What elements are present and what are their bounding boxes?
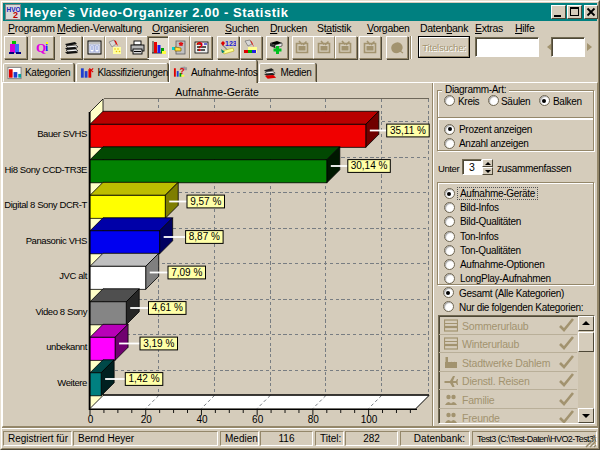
svg-text:8,87 %: 8,87 % <box>189 231 220 242</box>
svg-text:123: 123 <box>225 40 236 47</box>
svg-text:30,14 %: 30,14 % <box>351 160 388 171</box>
svg-text:unbekannt: unbekannt <box>46 341 88 352</box>
svg-text:Hi8 Sony CCD-TR3E: Hi8 Sony CCD-TR3E <box>5 164 87 175</box>
svg-text:40: 40 <box>196 414 208 425</box>
svg-text:9,57 %: 9,57 % <box>190 196 221 207</box>
svg-text:Panasonic VHS: Panasonic VHS <box>26 235 87 246</box>
svg-text:?: ? <box>196 40 203 54</box>
svg-text:100: 100 <box>361 414 378 425</box>
svg-text:?: ? <box>180 66 185 76</box>
svg-text:60: 60 <box>252 414 264 425</box>
svg-text:7,09 %: 7,09 % <box>171 267 202 278</box>
svg-text:80: 80 <box>308 414 320 425</box>
svg-text:Video 8 Sony: Video 8 Sony <box>35 306 87 317</box>
svg-text:Aufnahme-Geräte: Aufnahme-Geräte <box>175 86 259 98</box>
svg-text:JVC alt: JVC alt <box>59 270 88 281</box>
svg-text:0: 0 <box>88 414 94 425</box>
svg-text:3,19 %: 3,19 % <box>143 338 174 349</box>
svg-text:20: 20 <box>141 414 153 425</box>
svg-text:Bauer SVHS: Bauer SVHS <box>37 128 87 139</box>
svg-text:4,61 %: 4,61 % <box>152 302 183 313</box>
svg-text:1,42 %: 1,42 % <box>128 373 159 384</box>
svg-text:35,11 %: 35,11 % <box>390 125 426 136</box>
svg-text:2: 2 <box>13 10 18 19</box>
svg-text:Weitere: Weitere <box>57 377 87 388</box>
svg-text:Digital 8 Sony DCR-T: Digital 8 Sony DCR-T <box>4 199 87 210</box>
